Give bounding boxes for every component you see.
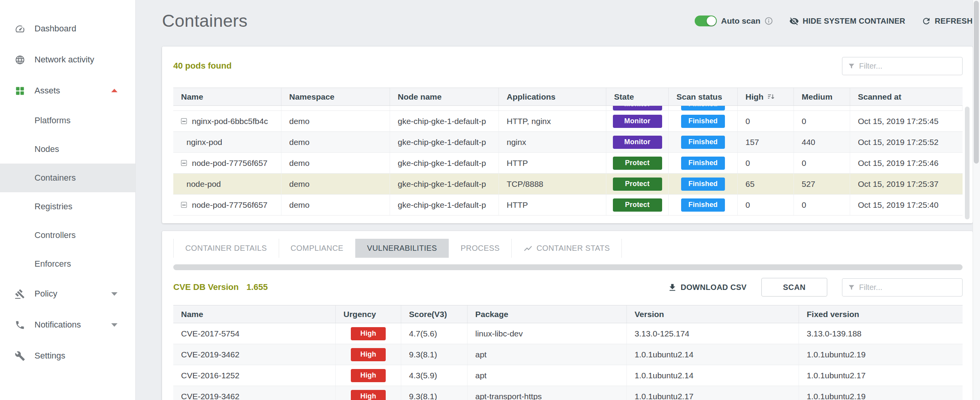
sidebar-item-nodes[interactable]: Nodes bbox=[0, 135, 135, 164]
pods-count: 40 pods found bbox=[173, 61, 231, 71]
chevron-down-icon bbox=[111, 292, 117, 296]
cve-row[interactable]: CVE-2017-5754 High 4.7(5.6) linux-libc-d… bbox=[173, 323, 963, 344]
cve-score: 4.7(5.6) bbox=[401, 323, 468, 344]
pod-high-count: 65 bbox=[738, 174, 794, 194]
vuln-filter-input[interactable] bbox=[859, 283, 958, 292]
pod-high-count: 0 bbox=[738, 153, 794, 173]
sidebar-item-dashboard[interactable]: Dashboard bbox=[0, 13, 135, 44]
column-header-urgency[interactable]: Urgency bbox=[336, 305, 401, 323]
urgency-badge: High bbox=[351, 327, 386, 340]
column-header-fixed-version[interactable]: Fixed version bbox=[799, 305, 963, 323]
cve-fixed-version: 1.0.1ubuntu2.19 bbox=[799, 344, 963, 365]
pod-row[interactable]: node-pod-77756f657 demo gke-chip-gke-1-d… bbox=[173, 153, 963, 174]
pod-node-name: gke-chip-gke-1-default-p bbox=[390, 132, 499, 152]
sidebar-item-label: Notifications bbox=[35, 320, 81, 330]
pods-panel-toolbar: 40 pods found bbox=[173, 57, 963, 75]
pod-name: nginx-pod-6bbc5fb4c bbox=[192, 117, 268, 126]
tab-vulnerabilities[interactable]: VULNERABILITIES bbox=[355, 239, 449, 258]
collapse-row-icon[interactable] bbox=[181, 160, 187, 166]
sidebar-item-policy[interactable]: Policy bbox=[0, 278, 135, 309]
sidebar-item-notifications[interactable]: Notifications bbox=[0, 309, 135, 340]
gauge-icon bbox=[15, 24, 25, 34]
pod-applications: TCP/8888 bbox=[499, 174, 606, 194]
pods-table: Name Namespace Node name Applications St… bbox=[173, 88, 963, 216]
tab-label: CONTAINER STATS bbox=[537, 244, 610, 253]
wrench-icon bbox=[15, 351, 25, 361]
pod-node-name: gke-chip-gke-1-default-p bbox=[390, 153, 499, 173]
pod-medium-count: 0 bbox=[794, 111, 850, 131]
sidebar-item-network-activity[interactable]: Network activity bbox=[0, 44, 135, 75]
column-header-score[interactable]: Score(V3) bbox=[401, 305, 468, 323]
column-header-package[interactable]: Package bbox=[468, 305, 627, 323]
pod-node-name: gke-chip-gke-1-default-p bbox=[390, 174, 499, 194]
cve-name: CVE-2019-3462 bbox=[173, 386, 336, 400]
column-header-state[interactable]: State bbox=[606, 88, 669, 105]
column-header-medium[interactable]: Medium bbox=[794, 88, 850, 105]
pod-high-count: 157 bbox=[738, 132, 794, 152]
cve-name: CVE-2016-1252 bbox=[173, 365, 336, 386]
toggle-knob bbox=[707, 16, 716, 26]
column-header-node-name[interactable]: Node name bbox=[390, 88, 499, 105]
sidebar-item-assets[interactable]: Assets bbox=[0, 75, 135, 106]
cve-score: 4.3(5.9) bbox=[401, 365, 468, 386]
cve-fixed-version: 3.13.0-139.188 bbox=[799, 323, 963, 344]
sidebar-item-settings[interactable]: Settings bbox=[0, 340, 135, 371]
column-header-scan-status[interactable]: Scan status bbox=[669, 88, 738, 105]
cve-row[interactable]: CVE-2016-1252 High 4.3(5.9) apt 1.0.1ubu… bbox=[173, 365, 963, 386]
page-scrollbar[interactable] bbox=[973, 0, 980, 400]
pod-row-partial[interactable]: Monitor Finished bbox=[173, 106, 963, 111]
tab-compliance[interactable]: COMPLIANCE bbox=[279, 239, 355, 258]
sidebar-item-registries[interactable]: Registries bbox=[0, 192, 135, 221]
cve-package: apt-transport-https bbox=[468, 386, 627, 400]
sidebar-item-enforcers[interactable]: Enforcers bbox=[0, 250, 135, 278]
cve-fixed-version: 1.0.1ubuntu2.17 bbox=[799, 365, 963, 386]
tabs-horizontal-scrollbar[interactable] bbox=[173, 264, 963, 270]
column-header-version[interactable]: Version bbox=[627, 305, 799, 323]
pods-filter-input[interactable] bbox=[859, 62, 958, 71]
cve-name: CVE-2017-5754 bbox=[173, 323, 336, 344]
pod-row[interactable]: node-pod-77756f657 demo gke-chip-gke-1-d… bbox=[173, 195, 963, 216]
collapse-row-icon[interactable] bbox=[181, 202, 187, 208]
column-header-name[interactable]: Name bbox=[173, 305, 336, 323]
scan-button[interactable]: SCAN bbox=[761, 278, 827, 297]
column-header-scanned-at[interactable]: Scanned at bbox=[850, 88, 963, 105]
pod-namespace: demo bbox=[281, 174, 390, 194]
vuln-table-body: CVE-2017-5754 High 4.7(5.6) linux-libc-d… bbox=[173, 323, 963, 400]
tab-container-stats[interactable]: CONTAINER STATS bbox=[512, 239, 622, 258]
column-header-high[interactable]: High bbox=[738, 88, 794, 105]
refresh-label: REFRESH bbox=[935, 17, 973, 26]
auto-scan-toggle[interactable] bbox=[695, 16, 717, 26]
tab-process[interactable]: PROCESS bbox=[449, 239, 512, 258]
pod-applications: nginx bbox=[499, 132, 606, 152]
phone-icon bbox=[15, 320, 25, 330]
page-scrollbar-thumb[interactable] bbox=[974, 1, 979, 164]
collapse-row-icon[interactable] bbox=[181, 118, 187, 124]
download-csv-button[interactable]: DOWNLOAD CSV bbox=[668, 283, 747, 292]
cve-score: 9.3(8.1) bbox=[401, 386, 468, 400]
pods-table-scrollbar[interactable] bbox=[965, 107, 970, 219]
pod-row-selected[interactable]: node-pod demo gke-chip-gke-1-default-p T… bbox=[173, 174, 963, 195]
column-header-namespace[interactable]: Namespace bbox=[281, 88, 390, 105]
vuln-filter-box bbox=[842, 278, 963, 297]
tab-container-details[interactable]: CONTAINER DETAILS bbox=[173, 239, 279, 258]
cve-db-version: CVE DB Version 1.655 bbox=[173, 282, 268, 292]
pod-scanned-at: Oct 15, 2019 17:25:45 bbox=[850, 111, 963, 131]
refresh-button[interactable]: REFRESH bbox=[921, 16, 973, 26]
hide-system-container-button[interactable]: HIDE SYSTEM CONTAINER bbox=[789, 16, 905, 26]
detail-panel: CONTAINER DETAILS COMPLIANCE VULNERABILI… bbox=[162, 231, 973, 400]
column-header-applications[interactable]: Applications bbox=[499, 88, 606, 105]
pod-row[interactable]: nginx-pod demo gke-chip-gke-1-default-p … bbox=[173, 132, 963, 153]
cubes-icon bbox=[15, 86, 25, 96]
state-badge: Protect bbox=[613, 178, 662, 191]
pods-panel: 40 pods found Name Namespace Node name A… bbox=[162, 47, 973, 223]
info-icon[interactable] bbox=[764, 17, 773, 25]
sidebar-item-containers[interactable]: Containers bbox=[0, 164, 135, 192]
cve-row[interactable]: CVE-2019-3462 High 9.3(8.1) apt 1.0.1ubu… bbox=[173, 344, 963, 365]
download-csv-label: DOWNLOAD CSV bbox=[681, 283, 747, 292]
pod-name: node-pod-77756f657 bbox=[192, 200, 267, 210]
cve-row[interactable]: CVE-2019-3462 High 9.3(8.1) apt-transpor… bbox=[173, 386, 963, 400]
sidebar-item-platforms[interactable]: Platforms bbox=[0, 106, 135, 135]
sidebar-item-controllers[interactable]: Controllers bbox=[0, 221, 135, 250]
pod-row[interactable]: nginx-pod-6bbc5fb4c demo gke-chip-gke-1-… bbox=[173, 111, 963, 132]
column-header-name[interactable]: Name bbox=[173, 88, 281, 105]
